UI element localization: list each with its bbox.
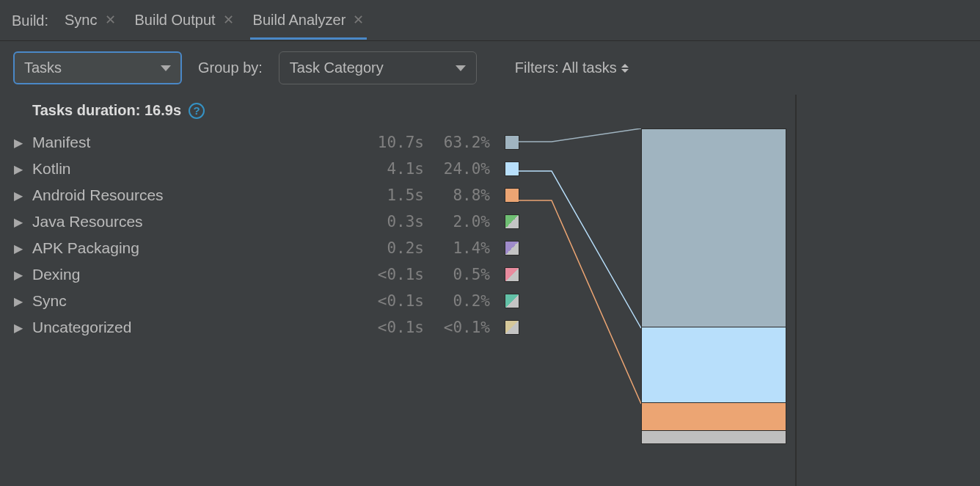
- category-percent: 0.5%: [431, 266, 490, 283]
- chevron-down-icon: [161, 65, 171, 71]
- color-swatch: [505, 214, 519, 229]
- category-row[interactable]: ▶Dexing<0.1s0.5%: [12, 261, 519, 288]
- duration-chart: [508, 128, 786, 451]
- tasks-duration-header: Tasks duration: 16.9s ?: [12, 98, 795, 129]
- category-name: Manifest: [32, 134, 358, 151]
- chevron-down-icon: [456, 65, 466, 71]
- category-percent: 1.4%: [431, 239, 490, 257]
- duration-value: 16.9s: [145, 102, 181, 118]
- category-row[interactable]: ▶Kotlin4.1s24.0%: [12, 156, 519, 182]
- group-by-label: Group by:: [198, 59, 263, 76]
- chevron-right-icon: ▶: [12, 215, 25, 229]
- tab-build-analyzer[interactable]: Build Analyzer ✕: [250, 7, 368, 40]
- category-name: APK Packaging: [32, 239, 358, 257]
- category-duration: <0.1s: [365, 266, 424, 283]
- category-duration: 0.3s: [365, 213, 424, 231]
- color-swatch: [505, 162, 519, 176]
- color-swatch: [505, 188, 519, 203]
- tabbar-label: Build:: [12, 8, 48, 38]
- view-selector[interactable]: Tasks: [13, 51, 182, 84]
- analyzer-toolbar: Tasks Group by: Task Category Filters: A…: [0, 41, 980, 95]
- close-icon[interactable]: ✕: [353, 13, 364, 26]
- duration-label: Tasks duration:: [32, 102, 140, 118]
- segment-manifest: [642, 129, 786, 327]
- category-duration: 0.2s: [365, 239, 424, 257]
- close-icon[interactable]: ✕: [223, 13, 234, 26]
- category-percent: 8.8%: [431, 186, 490, 204]
- category-row[interactable]: ▶APK Packaging0.2s1.4%: [12, 235, 519, 261]
- help-icon[interactable]: ?: [189, 103, 205, 119]
- chevron-right-icon: ▶: [12, 189, 25, 203]
- category-list: ▶Manifest10.7s63.2%▶Kotlin4.1s24.0%▶Andr…: [12, 129, 525, 341]
- category-name: Kotlin: [32, 160, 358, 178]
- chevron-right-icon: ▶: [12, 294, 25, 308]
- category-duration: 1.5s: [365, 186, 424, 204]
- view-selector-value: Tasks: [24, 59, 62, 76]
- group-by-selector[interactable]: Task Category: [279, 51, 477, 84]
- build-tabbar: Build: Sync ✕ Build Output ✕ Build Analy…: [0, 0, 980, 41]
- connector-lines: [508, 128, 786, 451]
- color-swatch: [505, 267, 519, 282]
- category-percent: 2.0%: [431, 213, 490, 231]
- category-row[interactable]: ▶Java Resources0.3s2.0%: [12, 208, 519, 235]
- segment-android-resources: [642, 403, 786, 431]
- tab-label: Sync: [65, 12, 97, 29]
- category-percent: 24.0%: [431, 160, 490, 178]
- category-row[interactable]: ▶Uncategorized<0.1s<0.1%: [12, 314, 519, 341]
- category-row[interactable]: ▶Sync<0.1s0.2%: [12, 288, 519, 314]
- close-icon[interactable]: ✕: [105, 13, 116, 26]
- chevron-right-icon: ▶: [12, 242, 25, 255]
- category-duration: <0.1s: [365, 319, 424, 336]
- category-duration: 4.1s: [365, 160, 424, 178]
- category-name: Android Resources: [32, 186, 358, 204]
- category-duration: <0.1s: [365, 292, 424, 310]
- category-name: Sync: [32, 292, 358, 310]
- category-name: Uncategorized: [32, 319, 358, 336]
- tab-label: Build Output: [135, 12, 216, 29]
- tab-build-output[interactable]: Build Output ✕: [132, 7, 237, 40]
- color-swatch: [505, 294, 519, 308]
- chevron-right-icon: ▶: [12, 321, 25, 335]
- segment-kotlin: [642, 327, 786, 403]
- chevron-right-icon: ▶: [12, 268, 25, 282]
- category-name: Java Resources: [32, 213, 358, 231]
- category-duration: 10.7s: [365, 134, 424, 151]
- category-percent: <0.1%: [431, 319, 490, 336]
- category-row[interactable]: ▶Manifest10.7s63.2%: [12, 129, 519, 156]
- chevron-right-icon: ▶: [12, 162, 25, 176]
- category-percent: 0.2%: [431, 292, 490, 310]
- category-row[interactable]: ▶Android Resources1.5s8.8%: [12, 182, 519, 208]
- tab-label: Build Analyzer: [253, 12, 346, 29]
- filters-label: Filters: All tasks: [515, 59, 617, 76]
- color-swatch: [505, 135, 519, 150]
- segment-other: [642, 431, 786, 443]
- group-by-value: Task Category: [290, 59, 384, 76]
- details-panel: [797, 95, 980, 486]
- sort-icon: [621, 64, 629, 73]
- chevron-right-icon: ▶: [12, 136, 25, 150]
- color-swatch: [505, 241, 519, 255]
- tasks-panel: Tasks duration: 16.9s ? ▶Manifest10.7s63…: [0, 95, 797, 486]
- filters-selector[interactable]: Filters: All tasks: [515, 59, 629, 76]
- color-swatch: [505, 320, 519, 335]
- category-name: Dexing: [32, 266, 358, 283]
- tab-sync[interactable]: Sync ✕: [62, 7, 118, 40]
- category-percent: 63.2%: [431, 134, 490, 151]
- stacked-bar: [641, 128, 786, 444]
